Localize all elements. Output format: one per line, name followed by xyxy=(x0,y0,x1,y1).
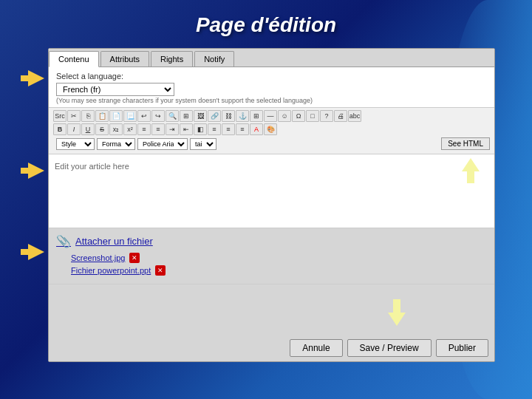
toolbar-row-2: B I U S x₂ x² ≡ ≡ ⇥ ⇤ ◧ ≡ ≡ ≡ A 🎨 Style … xyxy=(53,123,490,150)
tb-unlink[interactable]: ⛓ xyxy=(222,110,235,122)
tb-bold[interactable]: B xyxy=(53,123,66,135)
tb-indent[interactable]: ⇥ xyxy=(166,123,179,135)
tb-special[interactable]: Ω xyxy=(292,110,305,122)
arrow-1 xyxy=(21,70,44,86)
arrow-3 xyxy=(21,244,44,260)
language-area: Select a language: French (fr) English (… xyxy=(49,67,494,108)
tb-paste[interactable]: 📋 xyxy=(95,110,109,122)
file-name-2[interactable]: Fichier powerpoint.ppt xyxy=(71,266,151,275)
attach-label: Attacher un fichier xyxy=(75,236,153,247)
style-select[interactable]: Style xyxy=(56,138,95,150)
format-select[interactable]: Format xyxy=(97,138,135,150)
tb-sub[interactable]: x₂ xyxy=(109,123,123,135)
tb-link[interactable]: 🔗 xyxy=(208,110,221,122)
tb-cut[interactable]: ✂ xyxy=(67,110,81,122)
tab-notify[interactable]: Notify xyxy=(194,51,234,66)
file-name-1[interactable]: Screenshot.jpg xyxy=(71,253,125,262)
language-note: (You may see strange characters if your … xyxy=(56,97,487,104)
tb-paste2[interactable]: 📄 xyxy=(109,110,123,122)
font-select[interactable]: Police Arial xyxy=(137,138,188,150)
toolbar-row-1: Src ✂ ⎘ 📋 📄 📃 ↩ ↪ 🔍 ⊞ 🖼 🔗 ⛓ ⚓ ⊞ — ☺ Ω □ … xyxy=(53,110,490,122)
file-list: Screenshot.jpg ✕ Fichier powerpoint.ppt … xyxy=(71,253,487,276)
tb-source[interactable]: Src xyxy=(53,110,66,122)
attach-file-link[interactable]: 📎 Attacher un fichier xyxy=(56,234,487,248)
tb-iframe[interactable]: □ xyxy=(306,110,319,122)
tb-strike[interactable]: S xyxy=(95,123,109,135)
tb-paste3[interactable]: 📃 xyxy=(123,110,137,122)
tb-bg-color[interactable]: 🎨 xyxy=(264,123,277,135)
see-html-button[interactable]: See HTML xyxy=(441,137,490,150)
attach-area: 📎 Attacher un fichier Screenshot.jpg ✕ F… xyxy=(49,228,494,284)
tb-table[interactable]: ⊞ xyxy=(250,110,263,122)
tb-outdent[interactable]: ⇤ xyxy=(180,123,193,135)
tb-sup[interactable]: x² xyxy=(123,123,137,135)
tab-content[interactable]: Contenu xyxy=(49,51,99,67)
editor-placeholder: Edit your article here xyxy=(55,162,129,171)
tb-print[interactable]: 🖨 xyxy=(334,110,347,122)
tb-ul[interactable]: ≡ xyxy=(151,123,165,135)
tb-replace[interactable]: ⊞ xyxy=(180,110,193,122)
main-panel: Contenu Attributs Rights Notify Select a… xyxy=(48,48,495,362)
bottom-buttons: Annule Save / Preview Publier xyxy=(49,335,494,361)
editor-area[interactable]: Edit your article here xyxy=(49,154,494,228)
tb-copy[interactable]: ⎘ xyxy=(81,110,95,122)
clip-icon: 📎 xyxy=(56,234,71,248)
delete-file-2[interactable]: ✕ xyxy=(155,265,166,276)
tb-img[interactable]: 🖼 xyxy=(194,110,207,122)
language-select[interactable]: French (fr) English (en) xyxy=(56,83,174,96)
tb-italic[interactable]: I xyxy=(67,123,81,135)
cancel-button[interactable]: Annule xyxy=(290,339,342,357)
file-item-2: Fichier powerpoint.ppt ✕ xyxy=(71,265,487,276)
tb-anchor[interactable]: ⚓ xyxy=(236,110,249,122)
file-item-1: Screenshot.jpg ✕ xyxy=(71,253,487,263)
tab-attributes[interactable]: Attributs xyxy=(100,51,149,66)
tb-underline[interactable]: U xyxy=(81,123,95,135)
tb-text-color[interactable]: A xyxy=(250,123,263,135)
tb-ol[interactable]: ≡ xyxy=(137,123,151,135)
toolbar-area: Src ✂ ⎘ 📋 📄 📃 ↩ ↪ 🔍 ⊞ 🖼 🔗 ⛓ ⚓ ⊞ — ☺ Ω □ … xyxy=(49,108,494,154)
delete-file-1[interactable]: ✕ xyxy=(129,253,140,263)
see-html-arrow xyxy=(462,158,480,183)
tabs-row: Contenu Attributs Rights Notify xyxy=(49,49,494,67)
tb-find[interactable]: 🔍 xyxy=(166,110,179,122)
tb-about[interactable]: ? xyxy=(320,110,333,122)
page-title: Page d'édition xyxy=(0,13,532,37)
arrow-2 xyxy=(21,163,44,179)
save-preview-button[interactable]: Save / Preview xyxy=(347,339,432,357)
tb-hr[interactable]: — xyxy=(264,110,277,122)
language-label: Select a language: xyxy=(56,72,487,81)
tab-rights[interactable]: Rights xyxy=(151,51,193,66)
tb-align-left[interactable]: ◧ xyxy=(194,123,207,135)
tb-undo[interactable]: ↩ xyxy=(137,110,151,122)
tb-align-center[interactable]: ≡ xyxy=(208,123,221,135)
publish-button[interactable]: Publier xyxy=(436,339,488,357)
tb-align-right[interactable]: ≡ xyxy=(222,123,235,135)
tb-justify[interactable]: ≡ xyxy=(236,123,249,135)
size-select[interactable]: taille xyxy=(190,138,216,150)
tb-spell[interactable]: abc xyxy=(348,110,361,122)
tb-redo[interactable]: ↪ xyxy=(151,110,165,122)
tb-smiley[interactable]: ☺ xyxy=(278,110,291,122)
bottom-arrow xyxy=(388,299,406,326)
